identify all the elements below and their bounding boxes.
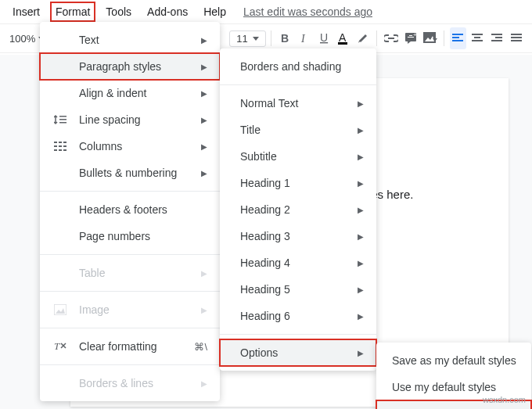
- svg-rect-24: [59, 122, 66, 124]
- chevron-right-icon: ▶: [358, 349, 364, 357]
- menu-table: Table ▶: [40, 260, 220, 286]
- menu-text[interactable]: Text ▶: [40, 27, 220, 53]
- menu-title[interactable]: Title ▶: [220, 117, 376, 143]
- chevron-down-icon: [253, 37, 259, 41]
- menu-bullets-numbering[interactable]: Bullets & numbering ▶: [40, 160, 220, 186]
- menu-heading-1[interactable]: Heading 1 ▶: [220, 170, 376, 196]
- insert-link-button[interactable]: [383, 27, 399, 49]
- image-icon: [423, 32, 437, 45]
- chevron-right-icon: ▶: [358, 126, 364, 135]
- menu-clear-formatting[interactable]: T Clear formatting ⌘\: [40, 333, 220, 360]
- bold-button[interactable]: B: [276, 27, 293, 49]
- menu-tools[interactable]: Tools: [101, 2, 136, 21]
- menu-headers-footers[interactable]: Headers & footers: [40, 196, 220, 223]
- svg-rect-30: [63, 145, 66, 147]
- svg-text:+: +: [413, 32, 417, 38]
- align-left-button[interactable]: [450, 27, 466, 49]
- chevron-right-icon: ▶: [358, 152, 364, 161]
- paragraph-styles-submenu: Borders and shading Normal Text ▶ Title …: [220, 48, 376, 371]
- menu-save-default-styles[interactable]: Save as my default styles: [376, 347, 531, 374]
- menu-divider: [220, 334, 376, 335]
- font-size-select[interactable]: 11: [229, 30, 265, 47]
- menubar: Insert Format Tools Add-ons Help Last ed…: [0, 0, 532, 23]
- menu-columns[interactable]: Columns ▶: [40, 133, 220, 160]
- svg-rect-10: [452, 34, 463, 35]
- svg-rect-22: [59, 116, 66, 117]
- menu-subtitle[interactable]: Subtitle ▶: [220, 143, 376, 170]
- svg-rect-32: [59, 149, 62, 151]
- svg-rect-12: [452, 40, 463, 41]
- chevron-right-icon: ▶: [358, 312, 364, 321]
- insert-image-button[interactable]: [422, 27, 438, 49]
- svg-rect-29: [59, 145, 62, 147]
- menu-help[interactable]: Help: [199, 2, 231, 21]
- align-justify-icon: [511, 34, 522, 43]
- line-spacing-icon: [52, 114, 68, 125]
- menu-options[interactable]: Options ▶: [220, 339, 376, 366]
- svg-rect-20: [511, 37, 522, 38]
- menu-borders-lines: Borders & lines ▶: [40, 370, 220, 396]
- underline-button[interactable]: U: [315, 27, 332, 49]
- chevron-right-icon: ▶: [201, 379, 207, 388]
- bold-icon: B: [279, 33, 290, 44]
- menu-normal-text[interactable]: Normal Text ▶: [220, 90, 376, 117]
- menu-divider: [40, 364, 220, 365]
- menu-line-spacing[interactable]: Line spacing ▶: [40, 106, 220, 133]
- svg-rect-31: [54, 149, 57, 151]
- text-color-icon: A: [337, 32, 350, 45]
- svg-rect-16: [491, 34, 502, 35]
- italic-icon: I: [299, 33, 310, 44]
- text-color-button[interactable]: A: [335, 27, 351, 49]
- svg-rect-11: [452, 37, 459, 38]
- menu-heading-4[interactable]: Heading 4 ▶: [220, 249, 376, 276]
- align-justify-button[interactable]: [509, 27, 525, 49]
- menu-heading-6[interactable]: Heading 6 ▶: [220, 303, 376, 329]
- underline-icon: U: [318, 32, 329, 45]
- menu-heading-5[interactable]: Heading 5 ▶: [220, 276, 376, 303]
- clear-formatting-icon: T: [52, 341, 68, 352]
- highlight-icon: [357, 32, 369, 45]
- menu-borders-shading[interactable]: Borders and shading: [220, 53, 376, 80]
- svg-rect-6: [409, 35, 412, 36]
- menu-heading-3[interactable]: Heading 3 ▶: [220, 223, 376, 249]
- align-right-button[interactable]: [489, 27, 505, 49]
- menu-page-numbers[interactable]: Page numbers: [40, 223, 220, 249]
- svg-rect-17: [495, 37, 502, 38]
- menu-divider: [220, 84, 376, 85]
- menu-format[interactable]: Format: [51, 2, 95, 21]
- insert-comment-button[interactable]: +: [402, 27, 419, 49]
- separator: [444, 30, 444, 46]
- highlight-button[interactable]: [354, 27, 371, 49]
- separator: [376, 30, 377, 46]
- menu-heading-2[interactable]: Heading 2 ▶: [220, 196, 376, 223]
- svg-rect-14: [474, 37, 480, 38]
- chevron-right-icon: ▶: [201, 89, 207, 98]
- menu-paragraph-styles[interactable]: Paragraph styles ▶: [40, 53, 220, 80]
- svg-rect-27: [63, 142, 66, 143]
- svg-text:A: A: [339, 32, 347, 44]
- svg-rect-18: [491, 40, 502, 41]
- menu-align-indent[interactable]: Align & indent ▶: [40, 80, 220, 106]
- menu-image: Image ▶: [40, 296, 220, 323]
- chevron-right-icon: ▶: [358, 179, 364, 188]
- chevron-right-icon: ▶: [358, 206, 364, 214]
- chevron-right-icon: ▶: [201, 116, 207, 124]
- chevron-right-icon: ▶: [201, 142, 207, 151]
- chevron-right-icon: ▶: [201, 269, 207, 278]
- chevron-right-icon: ▶: [201, 306, 207, 314]
- svg-rect-19: [511, 34, 522, 35]
- menu-divider: [40, 191, 220, 192]
- svg-rect-13: [472, 34, 483, 35]
- italic-button[interactable]: I: [296, 27, 312, 49]
- align-center-button[interactable]: [469, 27, 486, 49]
- last-edit-link[interactable]: Last edit was seconds ago: [243, 5, 372, 18]
- align-left-icon: [452, 34, 463, 43]
- menu-addons[interactable]: Add-ons: [142, 2, 192, 21]
- watermark: wsxdn.com: [483, 395, 526, 404]
- shortcut-text: ⌘\: [194, 341, 207, 353]
- align-right-icon: [491, 34, 502, 43]
- menu-insert[interactable]: Insert: [8, 2, 45, 21]
- chevron-right-icon: ▶: [358, 232, 364, 241]
- chevron-right-icon: ▶: [201, 36, 207, 45]
- svg-text:T: T: [54, 341, 60, 352]
